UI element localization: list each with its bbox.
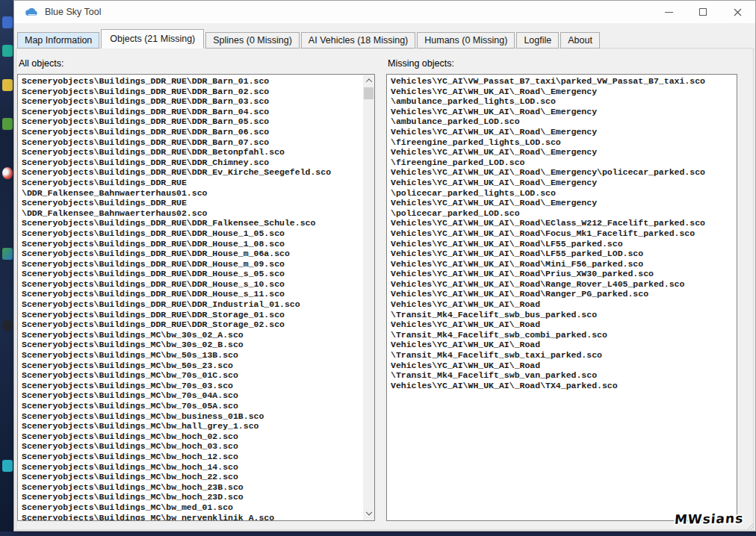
list-item[interactable]: Sceneryobjects\Buildings_DDR_RUE (22, 178, 361, 188)
list-item[interactable]: \fireengine_parked_lights_LOD.sco (391, 137, 734, 148)
list-item[interactable]: Vehicles\YC_AI\WH_UK_AI\_Road\_Emergency (391, 127, 734, 137)
tab-splines[interactable]: Splines (0 Missing) (205, 32, 300, 49)
list-item[interactable]: Vehicles\YC_AI\WH_UK_AI\_Road\_Emergency (391, 87, 734, 97)
list-item[interactable]: Sceneryobjects\Buildings_MC\bw_hoch_02.s… (22, 431, 361, 442)
resize-grip[interactable] (746, 522, 755, 530)
list-item[interactable]: Sceneryobjects\Buildings_DDR_RUE\DDR_Bar… (22, 76, 361, 87)
list-item[interactable]: Sceneryobjects\Buildings_DDR_RUE\DDR_Bar… (22, 137, 361, 148)
list-item[interactable]: Vehicles\YC_AI\WH_UK_AI\_Road\Mini_F56_p… (391, 259, 734, 269)
list-item[interactable]: Vehicles\YC_AI\WH_UK_AI\_Road\LF55_parke… (391, 249, 734, 259)
list-item[interactable]: Sceneryobjects\Buildings_DDR_RUE\DDR_Hou… (22, 279, 361, 290)
tab-about[interactable]: About (560, 32, 600, 49)
list-item[interactable]: Vehicles\YC_AI\WH_UK_AI\_Road\_Emergency (391, 107, 734, 117)
list-item[interactable]: Sceneryobjects\Buildings_DDR_RUE\DDR_Chi… (22, 158, 361, 168)
list-item[interactable]: Vehicles\YC_AI\WH_UK_AI\_Road\LF55_parke… (391, 239, 734, 249)
list-item[interactable]: Vehicles\YC_AI\WH_UK_AI\_Road\Ranger_PG_… (391, 289, 734, 299)
list-item[interactable]: Sceneryobjects\Buildings_DDR_RUE\DDR_Hou… (22, 228, 361, 239)
list-item[interactable]: Sceneryobjects\Buildings_MC\bw_hoch_14.s… (22, 462, 361, 473)
list-item[interactable]: Sceneryobjects\Buildings_MC\bw_30s_02_A.… (22, 330, 361, 340)
list-item[interactable]: \ambulance_parked_lights_LOD.sco (391, 96, 734, 107)
scroll-up-button[interactable] (363, 75, 374, 87)
list-item[interactable]: Sceneryobjects\Buildings_DDR_RUE\DDR_Bet… (22, 147, 361, 158)
list-item[interactable]: Vehicles\YC_AI\WH_UK_AI\_Road\Focus_Mk1_… (391, 228, 734, 239)
maximize-button[interactable] (686, 1, 720, 23)
list-item[interactable]: Sceneryobjects\Buildings_DDR_RUE\DDR_Hou… (22, 249, 361, 259)
list-item[interactable]: \DDR_Falkensee_Bahnwaerterhaus02.sco (22, 208, 361, 219)
list-item[interactable]: Sceneryobjects\Buildings_DDR_RUE\DDR_Bar… (22, 127, 361, 137)
list-item[interactable]: \fireengine_parked_LOD.sco (391, 158, 734, 168)
list-item[interactable]: Vehicles\YC_AI\WH_UK_AI\_Road (391, 320, 734, 330)
list-item[interactable]: Sceneryobjects\Buildings_DDR_RUE\DDR_Fal… (22, 218, 361, 228)
list-item[interactable]: Sceneryobjects\Buildings_MC\bw_70s_04A.s… (22, 390, 361, 401)
list-item[interactable]: Sceneryobjects\Buildings_DDR_RUE\DDR_Bar… (22, 116, 361, 127)
list-item[interactable]: Sceneryobjects\Buildings_MC\bw_nervenkli… (22, 513, 361, 521)
list-item[interactable]: Sceneryobjects\Buildings_DDR_RUE\DDR_Sto… (22, 320, 361, 330)
list-item[interactable]: Sceneryobjects\Buildings_DDR_RUE\DDR_Hou… (22, 239, 361, 249)
scroll-down-button[interactable] (363, 508, 374, 520)
desktop-icon-fragment (2, 118, 13, 130)
list-item[interactable]: Sceneryobjects\Buildings_MC\bw_med_01.sc… (22, 502, 361, 513)
list-item[interactable]: Vehicles\YC_AI\WH_UK_AI\_Road (391, 299, 734, 310)
list-item[interactable]: \Transit_Mk4_Facelift_swb_bus_parked.sco (391, 310, 734, 320)
list-item[interactable]: \Transit_Mk4_Facelift_swb_van_parked.sco (391, 370, 734, 381)
list-item[interactable]: Sceneryobjects\Buildings_DDR_RUE\DDR_Hou… (22, 259, 361, 269)
list-item[interactable]: Sceneryobjects\Buildings_MC\bw_70s_01C.s… (22, 370, 361, 381)
tab-logfile[interactable]: Logfile (516, 32, 559, 49)
list-item[interactable]: \DDR_Falkensee_Bahnwaerterhaus01.sco (22, 188, 361, 199)
list-item[interactable]: Sceneryobjects\Buildings_MC\bw_hoch_03.s… (22, 441, 361, 452)
list-item[interactable]: Sceneryobjects\Buildings_MC\bw_hall_grey… (22, 421, 361, 431)
chevron-up-icon (365, 78, 371, 84)
minimize-button[interactable] (651, 1, 686, 23)
desktop-icon-fragment (2, 460, 13, 472)
list-item[interactable]: \policecar_parked_LOD.sco (391, 208, 734, 219)
list-item[interactable]: Sceneryobjects\Buildings_MC\bw_70s_05A.s… (22, 401, 361, 411)
tab-ai-vehicles[interactable]: AI Vehicles (18 Missing) (301, 32, 415, 49)
list-item[interactable]: Sceneryobjects\Buildings_MC\bw_hoch_23B.… (22, 482, 361, 493)
list-item[interactable]: \Transit_Mk4_Facelift_swb_combi_parked.s… (391, 330, 734, 340)
list-item[interactable]: Sceneryobjects\Buildings_MC\bw_50s_23.sc… (22, 361, 361, 371)
missing-objects-listbox[interactable]: Vehicles\YC_AI\VW_Passat_B7_taxi\parked_… (386, 74, 737, 521)
list-item[interactable]: Sceneryobjects\Buildings_MC\bw_business_… (22, 411, 361, 422)
list-item[interactable]: Sceneryobjects\Buildings_DDR_RUE\DDR_Hou… (22, 289, 361, 299)
list-item[interactable]: Vehicles\YC_AI\WH_UK_AI\_Road (391, 340, 734, 350)
list-item[interactable]: Sceneryobjects\Buildings_MC\bw_30s_02_B.… (22, 340, 361, 350)
scrollbar-thumb[interactable] (364, 87, 374, 99)
list-item[interactable]: Vehicles\YC_AI\WH_UK_AI\_Road\EClass_W21… (391, 218, 734, 228)
tab-map-information[interactable]: Map Information (17, 32, 99, 49)
list-item[interactable]: Vehicles\YC_AI\VW_Passat_B7_taxi\parked_… (391, 76, 734, 87)
list-item[interactable]: Sceneryobjects\Buildings_MC\bw_hoch_22.s… (22, 472, 361, 482)
desktop-icon-fragment (2, 248, 13, 260)
list-item[interactable]: Vehicles\YC_AI\WH_UK_AI\_Road\TX4_parked… (391, 381, 734, 391)
list-item[interactable]: Vehicles\YC_AI\WH_UK_AI\_Road\Prius_XW30… (391, 269, 734, 279)
cloud-app-icon (25, 7, 38, 16)
list-item[interactable]: Sceneryobjects\Buildings_MC\bw_70s_03.sc… (22, 381, 361, 391)
desktop-icon-fragment (2, 79, 13, 91)
list-item[interactable]: Sceneryobjects\Buildings_DDR_RUE\DDR_Ind… (22, 299, 361, 310)
list-item[interactable]: Sceneryobjects\Buildings_DDR_RUE\DDR_Bar… (22, 87, 361, 97)
list-item[interactable]: Sceneryobjects\Buildings_MC\bw_50s_13B.s… (22, 350, 361, 361)
list-item[interactable]: Vehicles\YC_AI\WH_UK_AI\_Road\_Emergency (391, 147, 734, 158)
taskbar-strip (0, 532, 756, 536)
close-icon (734, 8, 742, 16)
list-item[interactable]: Vehicles\YC_AI\WH_UK_AI\_Road\_Emergency (391, 198, 734, 208)
list-item[interactable]: Sceneryobjects\Buildings_MC\bw_hoch_23D.… (22, 492, 361, 502)
vertical-scrollbar[interactable] (363, 75, 374, 520)
tab-objects[interactable]: Objects (21 Missing) (101, 29, 204, 49)
list-item[interactable]: Sceneryobjects\Buildings_DDR_RUE\DDR_Hou… (22, 269, 361, 279)
list-item[interactable]: \policecar_parked_lights_LOD.sco (391, 188, 734, 199)
list-item[interactable]: \ambulance_parked_LOD.sco (391, 116, 734, 127)
list-item[interactable]: \Transit_Mk4_Facelift_swb_taxi_parked.sc… (391, 350, 734, 361)
list-item[interactable]: Vehicles\YC_AI\WH_UK_AI\_Road (391, 361, 734, 371)
list-item[interactable]: Sceneryobjects\Buildings_DDR_RUE\DDR_Ev_… (22, 167, 361, 178)
list-item[interactable]: Sceneryobjects\Buildings_DDR_RUE\DDR_Bar… (22, 107, 361, 117)
list-item[interactable]: Vehicles\YC_AI\WH_UK_AI\_Road\_Emergency… (391, 167, 734, 178)
close-button[interactable] (720, 1, 755, 23)
list-item[interactable]: Vehicles\YC_AI\WH_UK_AI\_Road\_Emergency (391, 178, 734, 188)
list-item[interactable]: Sceneryobjects\Buildings_DDR_RUE (22, 198, 361, 208)
list-item[interactable]: Vehicles\YC_AI\WH_UK_AI\_Road\Range_Rove… (391, 279, 734, 290)
list-item[interactable]: Sceneryobjects\Buildings_DDR_RUE\DDR_Sto… (22, 310, 361, 320)
list-item[interactable]: Sceneryobjects\Buildings_DDR_RUE\DDR_Bar… (22, 96, 361, 107)
tab-humans[interactable]: Humans (0 Missing) (417, 32, 515, 49)
all-objects-listbox[interactable]: Sceneryobjects\Buildings_DDR_RUE\DDR_Bar… (17, 74, 375, 521)
list-item[interactable]: Sceneryobjects\Buildings_MC\bw_hoch_12.s… (22, 452, 361, 462)
